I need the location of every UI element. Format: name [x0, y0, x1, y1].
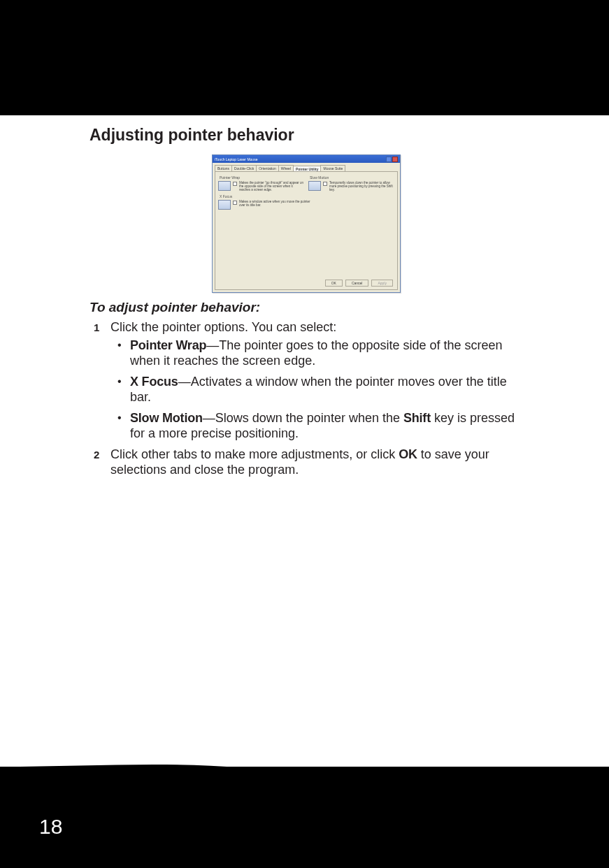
step-1-bullets: Pointer Wrap—The pointer goes to the opp…	[110, 338, 523, 441]
tab-wheel[interactable]: Wheel	[278, 165, 294, 171]
tab-mouse-suite[interactable]: Mouse Suite	[320, 165, 345, 171]
group-x-focus-label: X Focus	[220, 194, 394, 198]
group-slow-motion-label: Slow Motion	[310, 175, 394, 180]
slow-motion-checkbox[interactable]	[323, 182, 327, 186]
term-slow-motion: Slow Motion	[130, 411, 203, 425]
page-content: Adjusting pointer behavior iTouch Laptop…	[89, 126, 523, 483]
cancel-button[interactable]: Cancel	[345, 280, 369, 287]
footer-black-band	[0, 767, 609, 868]
pointer-wrap-icon	[218, 181, 231, 191]
dialog-screenshot: iTouch Laptop Laser Mouse Buttons Double…	[89, 154, 523, 293]
pointer-wrap-checkbox[interactable]	[233, 182, 237, 186]
x-focus-desc: Makes a window active when you move the …	[239, 200, 315, 207]
term-pointer-wrap: Pointer Wrap	[130, 338, 206, 352]
key-shift: Shift	[403, 411, 431, 425]
tab-orientation[interactable]: Orientation	[256, 165, 278, 171]
x-focus-icon	[218, 200, 231, 210]
procedure-heading: To adjust pointer behavior:	[89, 300, 523, 315]
dialog-panel: Pointer Wrap Makes the pointer "go throu…	[215, 171, 398, 290]
tab-buttons[interactable]: Buttons	[215, 165, 232, 171]
desc-x-focus: —Activates a window when the pointer mov…	[130, 375, 507, 404]
step-1-text: Click the pointer options. You can selec…	[110, 320, 336, 334]
page-number: 18	[39, 815, 62, 839]
step-2: Click other tabs to make more adjustment…	[89, 447, 523, 477]
step-2-pre: Click other tabs to make more adjustment…	[110, 447, 399, 461]
key-ok: OK	[399, 447, 417, 461]
mouse-properties-dialog: iTouch Laptop Laser Mouse Buttons Double…	[212, 154, 401, 293]
bullet-pointer-wrap: Pointer Wrap—The pointer goes to the opp…	[110, 338, 523, 368]
apply-button[interactable]: Apply	[371, 280, 393, 287]
ok-button[interactable]: OK	[325, 280, 343, 287]
pointer-wrap-desc: Makes the pointer "go through" and appea…	[239, 181, 304, 191]
group-pointer-wrap-label: Pointer Wrap	[220, 175, 304, 180]
x-focus-checkbox[interactable]	[233, 201, 237, 205]
minimize-icon	[386, 157, 392, 162]
dialog-titlebar: iTouch Laptop Laser Mouse	[213, 155, 400, 163]
tab-double-click[interactable]: Double-Click	[231, 165, 257, 171]
steps-list: Click the pointer options. You can selec…	[89, 319, 523, 477]
bullet-x-focus: X Focus—Activates a window when the poin…	[110, 374, 523, 405]
dialog-title: iTouch Laptop Laser Mouse	[215, 157, 257, 161]
term-x-focus: X Focus	[130, 375, 178, 389]
dialog-tabs: Buttons Double-Click Orientation Wheel P…	[213, 163, 400, 171]
desc-slow-motion-pre: —Slows down the pointer when the	[203, 411, 403, 425]
close-icon	[392, 157, 398, 162]
section-title: Adjusting pointer behavior	[89, 126, 523, 145]
bullet-slow-motion: Slow Motion—Slows down the pointer when …	[110, 410, 523, 441]
slow-motion-icon	[308, 181, 321, 191]
step-1: Click the pointer options. You can selec…	[89, 319, 523, 441]
header-black-band	[0, 0, 609, 115]
slow-motion-desc: Temporarily slows down the pointer to al…	[329, 181, 394, 191]
